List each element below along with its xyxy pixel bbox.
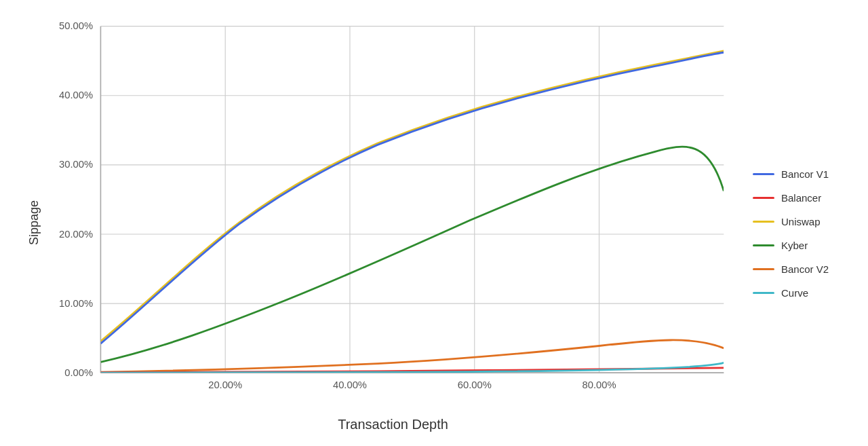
x-axis-label: Transaction Depth: [47, 417, 739, 435]
legend-color-kyber: [753, 244, 774, 246]
legend-color-curve: [753, 292, 774, 294]
legend-item-bancorv1: Bancor V1: [753, 168, 841, 180]
legend-item-kyber: Kyber: [753, 240, 841, 251]
legend-label-uniswap: Uniswap: [781, 216, 821, 227]
chart-svg: 0.00% 10.00% 20.00% 30.00% 40.00% 50.00%…: [47, 11, 739, 411]
chart-container: Sippage: [0, 0, 868, 446]
svg-text:80.00%: 80.00%: [583, 379, 616, 390]
svg-text:40.00%: 40.00%: [59, 90, 93, 100]
legend-color-bancorv1: [753, 173, 774, 175]
legend-label-curve: Curve: [781, 287, 808, 299]
svg-text:30.00%: 30.00%: [59, 159, 93, 170]
y-axis-label: Sippage: [27, 200, 41, 245]
legend-item-uniswap: Uniswap: [753, 216, 841, 227]
bancorv2-line: [100, 340, 724, 372]
legend: Bancor V1 Balancer Uniswap Kyber Bancor …: [739, 148, 841, 299]
svg-text:10.00%: 10.00%: [59, 298, 93, 309]
chart-area: 0.00% 10.00% 20.00% 30.00% 40.00% 50.00%…: [47, 11, 739, 435]
legend-item-curve: Curve: [753, 287, 841, 299]
legend-color-bancorv2: [753, 268, 774, 270]
svg-text:50.00%: 50.00%: [59, 20, 93, 31]
legend-label-bancorv1: Bancor V1: [781, 168, 829, 180]
legend-item-bancorv2: Bancor V2: [753, 263, 841, 275]
legend-label-bancorv2: Bancor V2: [781, 263, 829, 275]
chart-wrapper: Sippage: [27, 20, 841, 427]
svg-rect-0: [100, 26, 724, 373]
kyber-line: [100, 147, 724, 362]
bancorv1-line: [100, 52, 724, 343]
legend-label-balancer: Balancer: [781, 192, 821, 204]
uniswap-line: [100, 51, 724, 341]
legend-label-kyber: Kyber: [781, 240, 808, 251]
svg-text:60.00%: 60.00%: [458, 379, 492, 390]
legend-color-uniswap: [753, 221, 774, 223]
legend-color-balancer: [753, 197, 774, 199]
svg-text:20.00%: 20.00%: [59, 229, 93, 240]
svg-text:0.00%: 0.00%: [64, 367, 93, 378]
svg-text:40.00%: 40.00%: [333, 379, 367, 390]
svg-text:20.00%: 20.00%: [208, 379, 242, 390]
legend-item-balancer: Balancer: [753, 192, 841, 204]
